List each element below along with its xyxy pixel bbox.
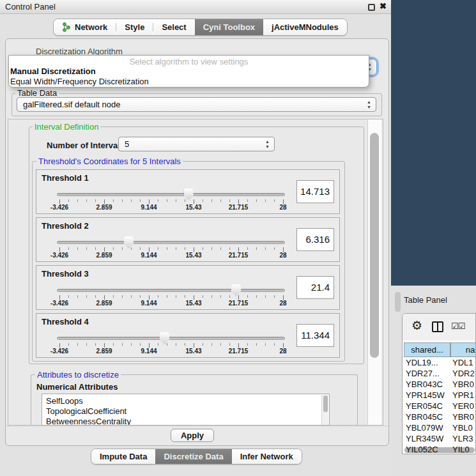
slider-tick (176, 343, 176, 346)
tab-impute-data[interactable]: Impute Data (91, 449, 155, 464)
slider-tick (77, 199, 78, 202)
threshold-slider-thumb[interactable] (124, 236, 134, 249)
slider-tick (131, 199, 132, 202)
table-cell[interactable]: YBR0 (452, 380, 476, 390)
vertical-scrollbar-thumb[interactable] (370, 133, 379, 358)
slider-tick (283, 247, 284, 252)
threshold-panel: Threshold 4-3.4262.8599.14415.4321.71528… (36, 313, 340, 358)
slider-tick-label: 15.43 (185, 348, 201, 355)
slider-tick (149, 343, 150, 348)
slider-tick (283, 295, 284, 300)
slider-tick (86, 295, 87, 298)
table-cell[interactable]: YPR1 (452, 390, 476, 401)
table-data-combobox[interactable]: galFiltered.sif default node ▲▼ (17, 97, 376, 112)
threshold-slider-track[interactable] (57, 337, 285, 340)
slider-tick (113, 295, 114, 298)
slider-tick-label: 28 (279, 300, 286, 307)
slider-tick-label: -3.426 (50, 348, 68, 355)
slider-tick-label: 9.144 (141, 204, 157, 211)
slider-tick (256, 295, 257, 298)
table-cell[interactable]: YBR045C (406, 412, 452, 423)
thresholds-group-label: Threshold's Coordinates for 5 Intervals (36, 157, 183, 166)
splitter-handle[interactable] (395, 292, 401, 312)
numerical-attributes-list[interactable]: SelfLoopsTopologicalCoefficientBetweenne… (42, 394, 330, 426)
close-icon[interactable]: ✖ (380, 1, 387, 11)
slider-tick (68, 247, 69, 250)
table-cell[interactable]: YPR145W (406, 390, 452, 401)
slider-tick (149, 199, 150, 204)
table-header-cell[interactable]: shared... (404, 342, 450, 357)
threshold-slider-track[interactable] (57, 289, 285, 292)
slider-tick-label: 21.715 (229, 204, 249, 211)
slider-tick (211, 343, 212, 346)
columns-icon[interactable] (432, 321, 443, 332)
table-cell[interactable]: YBL0 (452, 423, 476, 434)
tab-cyni-toolbox[interactable]: Cyni Toolbox (195, 19, 263, 35)
slider-tick (77, 343, 78, 346)
algorithm-option-equal-width-frequency[interactable]: Equal Width/Frequency Discretization (10, 77, 149, 86)
table-cell[interactable]: YDL19... (406, 358, 452, 369)
tab-jactivemnodules[interactable]: jActiveMNodules (263, 19, 347, 35)
gear-icon[interactable]: ⚙ (411, 319, 422, 332)
table-cell[interactable]: YBR0 (452, 412, 476, 423)
tab-infer-network-label: Infer Network (240, 452, 293, 461)
slider-tick (140, 295, 141, 298)
table-cell[interactable]: YER054C (406, 401, 452, 412)
table-cell[interactable]: YLR345W (406, 434, 452, 445)
table-cell[interactable]: YDL1 (452, 358, 476, 369)
tab-network[interactable]: Network (54, 19, 116, 35)
table-cell[interactable]: YLR3 (452, 434, 476, 445)
slider-tick (149, 247, 150, 252)
list-scrollbar-track[interactable] (321, 395, 328, 426)
top-tabbar: Network Style Select Cyni Toolbox jActiv… (53, 19, 348, 36)
slider-tick (229, 343, 230, 346)
tab-discretize-data[interactable]: Discretize Data (155, 449, 231, 464)
float-window-icon[interactable] (368, 4, 375, 11)
threshold-label: Threshold 2 (42, 221, 89, 231)
table-cell[interactable]: YBR043C (406, 380, 452, 390)
threshold-slider-track[interactable] (57, 241, 285, 244)
screen: Control Panel ✖ Network Style Select C (0, 0, 476, 476)
slider-tick (274, 343, 275, 346)
table-cell[interactable]: YER0 (452, 401, 476, 412)
table-cell[interactable]: YDR27... (406, 369, 452, 380)
threshold-slider-track[interactable] (57, 193, 285, 196)
table-cell[interactable]: YIL0 (452, 445, 476, 454)
slider-tick (104, 247, 105, 252)
list-scrollbar-thumb[interactable] (323, 395, 328, 412)
select-all-checkboxes-icon[interactable]: ☑☑ (451, 321, 464, 331)
slider-tick (77, 247, 78, 250)
threshold-slider-thumb[interactable] (160, 332, 169, 344)
slider-tick (113, 199, 114, 202)
threshold-value-field[interactable]: 6.316 (296, 228, 334, 251)
slider-tick (220, 343, 221, 346)
apply-button[interactable]: Apply (171, 429, 214, 442)
slider-tick (176, 247, 176, 250)
threshold-value-field[interactable]: 21.4 (296, 276, 334, 299)
attribute-list-item[interactable]: TopologicalCoefficient (46, 406, 127, 416)
algorithm-option-manual-discretization[interactable]: Manual Discretization (10, 66, 96, 76)
tab-infer-network[interactable]: Infer Network (232, 449, 302, 464)
control-panel-titlebar: Control Panel ✖ (0, 0, 391, 14)
table-header-cell[interactable]: name (450, 342, 476, 357)
control-panel-title: Control Panel (5, 2, 56, 12)
tab-select[interactable]: Select (153, 19, 194, 35)
table-cell[interactable]: YBL079W (406, 423, 452, 434)
table-cell[interactable]: YIL052C (406, 445, 452, 454)
slider-tick (238, 295, 239, 300)
table-data-group-label: Table Data (15, 88, 59, 98)
threshold-value-field[interactable]: 11.344 (296, 324, 334, 347)
attribute-list-item[interactable]: SelfLoops (46, 396, 83, 406)
slider-tick (185, 295, 185, 298)
slider-tick (265, 343, 266, 346)
slider-tick (265, 247, 266, 250)
threshold-value-field[interactable]: 14.713 (296, 180, 334, 203)
number-of-intervals-combobox[interactable]: 5 ▲▼ (118, 137, 275, 151)
slider-tick-label: 2.859 (96, 252, 112, 259)
slider-tick (59, 199, 60, 204)
attribute-list-item[interactable]: BetweennessCentrality (46, 417, 131, 426)
tab-style[interactable]: Style (116, 19, 153, 35)
combo-spinner-icon: ▲▼ (265, 139, 270, 150)
threshold-slider-thumb[interactable] (231, 284, 241, 296)
table-cell[interactable]: YDR2 (452, 369, 476, 380)
